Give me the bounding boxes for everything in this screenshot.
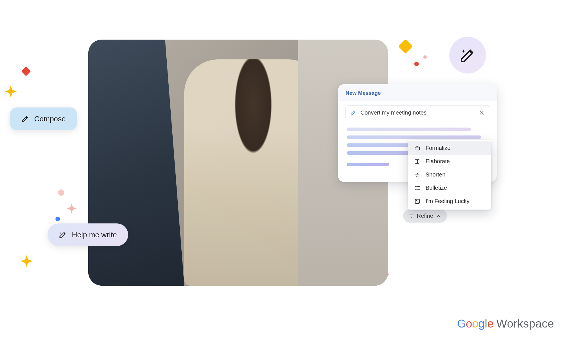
workspace-wordmark: Workspace [496,317,554,330]
svg-point-2 [415,188,416,188]
dot-icon [58,189,64,196]
svg-point-1 [415,186,416,187]
svg-rect-4 [415,199,420,203]
chevron-up-icon [436,214,441,219]
dice-icon [414,198,420,204]
svg-rect-0 [415,147,420,150]
filter-icon [409,214,414,219]
menu-item-elaborate[interactable]: Elaborate [408,155,491,168]
magic-pen-icon [59,231,67,239]
sparkle-icon [19,255,35,270]
menu-item-label: I'm Feeling Lucky [426,198,469,204]
svg-point-6 [418,202,419,203]
list-icon [414,185,420,191]
dot-icon [55,217,60,221]
dot-icon [414,62,419,66]
refine-label: Refine [417,213,433,219]
menu-item-bulletize[interactable]: Bulletize [408,181,491,195]
svg-point-5 [416,200,417,201]
diamond-icon [21,66,31,76]
svg-point-3 [415,189,416,190]
compose-button[interactable]: Compose [10,107,77,130]
sparkle-icon [65,203,78,216]
magic-wand-badge [449,37,486,74]
sparkle-icon [421,54,429,62]
menu-item-lucky[interactable]: I'm Feeling Lucky [408,195,491,208]
menu-item-shorten[interactable]: Shorten [408,168,491,181]
brand-logo: Google Workspace [457,317,554,330]
prompt-text: Convert my meeting notes [360,109,475,116]
briefcase-icon [414,145,420,151]
menu-item-label: Elaborate [426,158,450,165]
collapse-vertical-icon [414,172,420,178]
expand-vertical-icon [414,158,420,165]
menu-item-formalize[interactable]: Formalize [408,141,491,155]
magic-wand-icon [459,47,476,64]
sparkle-icon [3,85,19,101]
panel-title: New Message [338,84,497,101]
menu-item-label: Shorten [426,171,445,178]
refine-button[interactable]: Refine [403,209,447,223]
help-me-write-button[interactable]: Help me write [48,223,128,246]
compose-label: Compose [34,115,66,123]
pencil-icon [21,115,29,123]
menu-item-label: Formalize [426,145,450,151]
prompt-input[interactable]: Convert my meeting notes [345,105,489,120]
google-wordmark: Google [457,317,493,330]
menu-item-label: Bulletize [426,185,447,191]
diamond-icon [398,39,413,54]
help-me-write-label: Help me write [72,231,117,239]
magic-pen-icon [350,110,357,116]
refine-menu: Formalize Elaborate Shorten B [408,140,491,210]
close-icon[interactable] [479,110,484,116]
